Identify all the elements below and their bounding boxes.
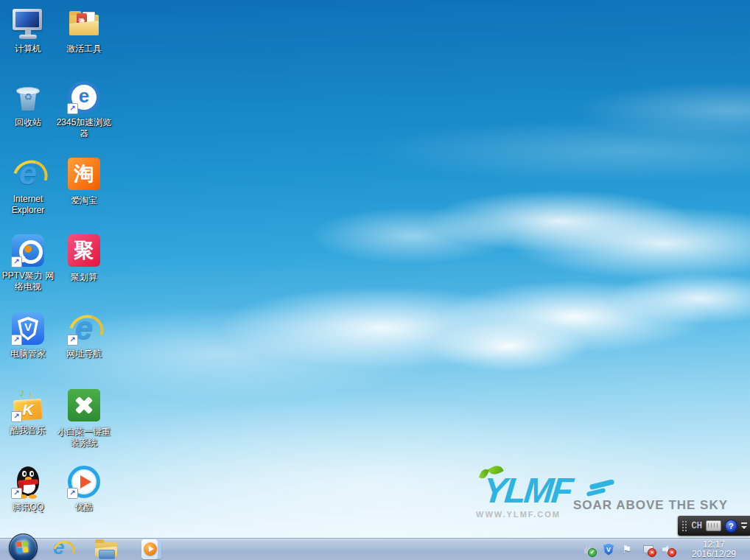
language-indicator[interactable]: CH bbox=[692, 521, 702, 531]
pc-manager-shield-icon: V ↗ bbox=[10, 311, 46, 346]
network-disconnected-icon[interactable]: × bbox=[642, 543, 655, 556]
windows-logo-icon bbox=[16, 541, 29, 554]
help-icon[interactable]: ? bbox=[725, 519, 737, 533]
icon-label: 回收站 bbox=[0, 117, 56, 128]
desktop-icon-kuwo-music[interactable]: ♪♪ K ↗ 酷我音乐 bbox=[0, 388, 56, 436]
desktop-icon-juhuasuan[interactable]: 聚 聚划算 bbox=[56, 233, 112, 283]
recycle-glyph: ♻ bbox=[10, 91, 46, 102]
qq-penguin-icon: ↗ bbox=[10, 464, 46, 500]
clock-time: 12:17 bbox=[682, 540, 746, 550]
keyboard-icon[interactable] bbox=[706, 520, 721, 531]
icon-label: 激活工具 bbox=[56, 43, 112, 55]
2345-browser-icon: e ↗ bbox=[66, 80, 102, 115]
icon-label: 小白菜一键重装系统 bbox=[56, 427, 112, 449]
shortcut-arrow-icon: ↗ bbox=[67, 488, 78, 499]
shortcut-arrow-icon: ↗ bbox=[67, 335, 78, 346]
youku-play-icon: ↗ bbox=[66, 464, 102, 500]
kuwo-music-icon: ♪♪ K ↗ bbox=[10, 388, 46, 423]
icon-label: 聚划算 bbox=[56, 272, 112, 283]
juhuasuan-icon: 聚 bbox=[66, 234, 102, 270]
desktop-icon-xiaobaicai-reinstall[interactable]: 小白菜一键重装系统 bbox=[56, 388, 112, 449]
options-arrow-icon[interactable] bbox=[741, 526, 747, 529]
error-badge-icon: × bbox=[648, 548, 656, 557]
pc-manager-tray-icon[interactable]: V bbox=[602, 543, 615, 556]
icon-label: 爱淘宝 bbox=[56, 195, 112, 206]
taobao-icon: 淘 bbox=[66, 158, 102, 193]
volume-muted-icon[interactable]: × bbox=[662, 543, 675, 556]
minimize-icon[interactable] bbox=[741, 522, 747, 524]
pinned-apps: e bbox=[50, 539, 164, 560]
desktop-icon-recycle-bin[interactable]: ♻ 回收站 bbox=[0, 80, 56, 128]
usb-device-icon[interactable]: ✓ bbox=[582, 543, 595, 556]
desktop-icon-youku[interactable]: ↗ 优酷 bbox=[56, 464, 112, 513]
taskbar-internet-explorer[interactable]: e bbox=[50, 539, 75, 560]
shortcut-arrow-icon: ↗ bbox=[67, 103, 78, 114]
internet-explorer-icon: e ↗ bbox=[66, 311, 102, 346]
clock-date: 2016/12/29 bbox=[682, 550, 746, 559]
taskbar: e ✓ V ⚑ × × bbox=[0, 538, 750, 560]
media-player-icon bbox=[141, 539, 161, 559]
icon-label: 酷我音乐 bbox=[0, 425, 56, 436]
icon-label: 2345加速浏览器 bbox=[56, 117, 112, 139]
internet-explorer-icon: e bbox=[10, 156, 46, 192]
drag-grip-icon[interactable] bbox=[681, 520, 688, 532]
ylmf-url: WWW.YLMF.COM bbox=[476, 510, 561, 519]
desktop-icon-2345-browser[interactable]: e ↗ 2345加速浏览器 bbox=[56, 80, 112, 139]
desktop-icon-pptv[interactable]: ↗ PPTV聚力 网络电视 bbox=[0, 233, 56, 293]
icon-label: 优酷 bbox=[56, 502, 112, 513]
mute-badge-icon: × bbox=[667, 548, 676, 557]
desktop-icon-computer[interactable]: 计算机 bbox=[0, 6, 56, 55]
computer-icon bbox=[10, 6, 46, 41]
icon-label: 计算机 bbox=[0, 43, 56, 55]
ylmf-slogan: SOAR ABOVE THE SKY bbox=[573, 498, 728, 513]
shortcut-arrow-icon: ↗ bbox=[11, 411, 22, 422]
check-badge-icon: ✓ bbox=[588, 548, 597, 557]
shortcut-arrow-icon: ↗ bbox=[11, 335, 22, 346]
taskbar-windows-media-player[interactable] bbox=[139, 539, 164, 560]
desktop-icon-url-navigation[interactable]: e ↗ 网址导航 bbox=[56, 311, 112, 360]
folder-icon bbox=[95, 541, 119, 559]
pptv-icon: ↗ bbox=[10, 233, 46, 268]
system-tray: ✓ V ⚑ × × bbox=[582, 543, 682, 556]
icon-label: PPTV聚力 网络电视 bbox=[0, 270, 56, 293]
desktop-icon-tencent-qq[interactable]: ↗ 腾讯QQ bbox=[0, 464, 56, 513]
recycle-bin-icon: ♻ bbox=[10, 80, 46, 115]
desktop-icon-internet-explorer[interactable]: e Internet Explorer bbox=[0, 156, 56, 216]
desktop: 计算机 激 激活工具 ♻ 回收站 e ↗ 2345加速浏览器 e Interne… bbox=[0, 0, 750, 560]
icon-label: 电脑管家 bbox=[0, 349, 56, 360]
action-center-flag-icon[interactable]: ⚑ bbox=[622, 543, 635, 556]
taskbar-clock[interactable]: 12:17 2016/12/29 bbox=[682, 540, 750, 559]
icon-label: 网址导航 bbox=[56, 349, 112, 360]
start-button[interactable] bbox=[9, 533, 38, 560]
desktop-icon-pc-manager[interactable]: V ↗ 电脑管家 bbox=[0, 311, 56, 360]
ylmf-watermark: YLMF WWW.YLMF.COM SOAR ABOVE THE SKY bbox=[470, 472, 713, 519]
shortcut-arrow-icon: ↗ bbox=[11, 488, 22, 499]
shortcut-arrow-icon: ↗ bbox=[11, 256, 22, 267]
internet-explorer-icon: e bbox=[52, 539, 74, 560]
desktop-icon-ai-taobao[interactable]: 淘 爱淘宝 bbox=[56, 156, 112, 206]
language-bar[interactable]: CH ? bbox=[678, 516, 750, 536]
ylmf-logo: YLMF bbox=[481, 472, 572, 510]
folder-icon: 激 bbox=[66, 6, 102, 41]
taskbar-windows-explorer[interactable] bbox=[94, 539, 119, 560]
desktop-icon-activation-tools[interactable]: 激 激活工具 bbox=[56, 6, 112, 55]
icon-label: 腾讯QQ bbox=[0, 502, 56, 513]
icon-label: Internet Explorer bbox=[0, 194, 56, 216]
xiaobaicai-icon bbox=[66, 389, 102, 424]
